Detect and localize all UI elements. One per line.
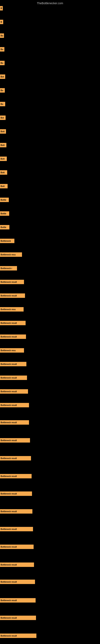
bar-row: Bottleneck bbox=[0, 239, 100, 243]
bar-label: Bottleneck result bbox=[0, 527, 33, 531]
bar-row: Bottleneck result bbox=[0, 598, 100, 602]
bar-row: Bottleneck result bbox=[0, 376, 100, 380]
bar-row: Bottleneck result bbox=[0, 509, 100, 514]
bar-label: Bott bbox=[0, 156, 7, 161]
bar-row: Bottleneck result bbox=[0, 580, 100, 584]
bar-row: Bottleneck r bbox=[0, 266, 100, 270]
bar-label: Bottleneck result bbox=[0, 420, 29, 425]
bar-label: Bottleneck result bbox=[0, 456, 31, 460]
bar-label: Bottleneck result bbox=[0, 376, 27, 380]
bar-label: Bottleneck resu bbox=[0, 252, 22, 257]
bar-row: Bottle bbox=[0, 225, 100, 230]
bar-row: Bot bbox=[0, 74, 100, 79]
site-title: TheBottlenecker.com bbox=[0, 0, 100, 6]
bar-label: Bottleneck result bbox=[0, 334, 26, 339]
bar-row: Bottleneck result bbox=[0, 334, 100, 339]
bar-row: Bottleneck resu bbox=[0, 252, 100, 257]
bar-label: Bottleneck result bbox=[0, 280, 24, 284]
bar-row: Bottleneck resu bbox=[0, 348, 100, 352]
bar-label: Bottleneck result bbox=[0, 294, 25, 298]
bar-row: Bottleneck result bbox=[0, 420, 100, 425]
bar-row: Bo bbox=[0, 34, 100, 38]
bar-row: B bbox=[0, 20, 100, 24]
bar-row: Bott bbox=[0, 129, 100, 134]
bar-label: Bot bbox=[0, 116, 6, 120]
bar-label: Bottle bbox=[0, 198, 9, 202]
bar-row: Bottleneck result bbox=[0, 294, 100, 298]
bar-label: Bottleneck result bbox=[0, 492, 32, 496]
bar-label: Bottleneck result bbox=[0, 438, 30, 442]
bar-row: Bott bbox=[0, 156, 100, 161]
bar-label: Bottleneck result bbox=[0, 321, 26, 325]
bar-row: Bottleneck result bbox=[0, 362, 100, 366]
bar-label: Bott bbox=[0, 129, 6, 134]
bar-row: Bo bbox=[0, 47, 100, 52]
bar-label: Bottleneck bbox=[0, 239, 14, 243]
bar-row: Bottle bbox=[0, 211, 100, 216]
bar-row: Bottleneck result bbox=[0, 634, 100, 638]
bar-row: Bott bbox=[0, 184, 100, 188]
bar-label: Bottleneck resu bbox=[0, 307, 24, 312]
bar-label: Bottleneck result bbox=[0, 403, 29, 407]
bar-label: Bottleneck result bbox=[0, 580, 35, 584]
bar-row: Bo bbox=[0, 88, 100, 92]
bar-label: B bbox=[0, 6, 3, 10]
bar-label: Bottleneck result bbox=[0, 509, 32, 514]
bar-row: Bottleneck result bbox=[0, 616, 100, 620]
bar-label: Bottle bbox=[0, 225, 9, 230]
bar-label: B bbox=[0, 20, 3, 24]
bar-label: Bott bbox=[0, 143, 6, 147]
bar-row: Bottleneck result bbox=[0, 474, 100, 478]
bar-row: Bo bbox=[0, 61, 100, 65]
bar-label: Bottleneck result bbox=[0, 389, 28, 394]
bar-label: Bottle bbox=[0, 211, 9, 216]
bar-label: Bottleneck resu bbox=[0, 348, 24, 352]
bar-row: Bottleneck result bbox=[0, 438, 100, 442]
bar-label: Bo bbox=[0, 61, 4, 65]
bar-row: Bott bbox=[0, 143, 100, 147]
bar-label: Bottleneck result bbox=[0, 562, 34, 567]
bar-row: B bbox=[0, 6, 100, 10]
bar-label: Bo bbox=[0, 102, 5, 106]
bar-label: Bot bbox=[0, 74, 5, 79]
bar-row: Bottleneck result bbox=[0, 456, 100, 460]
bar-label: Bottleneck result bbox=[0, 362, 26, 366]
bar-label: Bottleneck result bbox=[0, 598, 36, 602]
bar-row: Bottleneck result bbox=[0, 321, 100, 325]
bar-row: Bottleneck result bbox=[0, 280, 100, 284]
bar-row: Bottleneck result bbox=[0, 544, 100, 549]
bar-label: Bo bbox=[0, 47, 4, 52]
bar-label: Bottleneck result bbox=[0, 474, 32, 478]
bar-label: Bo bbox=[0, 88, 5, 92]
bar-row: Bo bbox=[0, 102, 100, 106]
bar-label: Bottleneck result bbox=[0, 616, 36, 620]
bar-label: Bott bbox=[0, 184, 8, 188]
bar-label: Bott bbox=[0, 170, 7, 175]
bar-label: Bo bbox=[0, 34, 4, 38]
bar-row: Bottleneck result bbox=[0, 403, 100, 407]
bar-row: Bottleneck resu bbox=[0, 307, 100, 312]
bar-row: Bottleneck result bbox=[0, 492, 100, 496]
bar-label: Bottleneck result bbox=[0, 544, 34, 549]
bar-row: Bottleneck result bbox=[0, 527, 100, 531]
bar-label: Bottleneck result bbox=[0, 634, 36, 638]
bar-row: Bottleneck result bbox=[0, 562, 100, 567]
bar-row: Bottle bbox=[0, 198, 100, 202]
bar-row: Bott bbox=[0, 170, 100, 175]
bar-row: Bot bbox=[0, 116, 100, 120]
bar-label: Bottleneck r bbox=[0, 266, 17, 270]
bar-row: Bottleneck result bbox=[0, 389, 100, 394]
